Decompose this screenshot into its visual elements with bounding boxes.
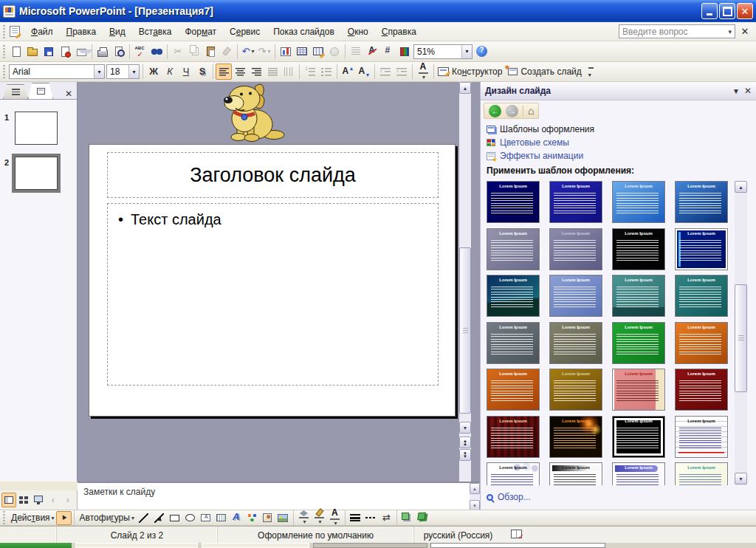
rectangle-button[interactable] [167, 511, 182, 525]
design-template[interactable]: Lorem Ipsum [612, 181, 665, 223]
menu-help[interactable]: Справка [375, 24, 423, 40]
toolbar-handle[interactable] [3, 511, 5, 524]
show-formatting-button[interactable] [364, 44, 380, 60]
chevron-down-icon[interactable]: ▾ [461, 45, 472, 58]
decrease-font-button[interactable] [356, 64, 372, 80]
slide-canvas[interactable]: Заголовок слайда •Текст слайда [89, 144, 456, 417]
design-template[interactable]: Lorem Ipsum [675, 228, 728, 270]
save-button[interactable] [41, 44, 57, 60]
decrease-indent-button[interactable] [377, 64, 394, 80]
design-template[interactable]: Lorem Ipsum [675, 275, 728, 317]
toolbar-handle[interactable] [3, 65, 5, 78]
cut-button[interactable]: ✂ [170, 44, 186, 60]
font-combo[interactable]: Arial▾ [9, 64, 105, 79]
back-button[interactable] [489, 105, 501, 117]
autoshapes-button[interactable]: Автофигуры▾ [77, 511, 136, 525]
browse-link[interactable]: Обзор... [487, 492, 531, 502]
vertical-text-box-button[interactable] [213, 511, 229, 525]
3d-style-button[interactable] [415, 511, 430, 525]
design-template[interactable]: Lorem Ipsum [612, 416, 665, 458]
menu-view[interactable]: Вид [103, 24, 132, 40]
shadow-style-button[interactable] [399, 511, 415, 525]
permission-button[interactable] [57, 44, 73, 60]
minimize-button[interactable] [701, 3, 718, 19]
task-pane-close-icon[interactable]: ✕ [744, 86, 752, 96]
scroll-down-button[interactable]: ▼ [735, 473, 747, 484]
research-button[interactable] [148, 44, 165, 60]
copy-button[interactable] [186, 44, 202, 60]
numbering-button[interactable] [302, 64, 318, 80]
text-box-button[interactable] [198, 511, 213, 525]
design-template[interactable]: Lorem Ipsum [549, 228, 602, 270]
design-template[interactable]: Lorem Ipsum [612, 322, 665, 364]
toolbar-handle[interactable] [3, 25, 5, 38]
close-button[interactable] [737, 3, 753, 19]
design-template[interactable]: Lorem Ipsum [487, 416, 540, 458]
body-placeholder[interactable]: •Текст слайда [107, 203, 439, 386]
print-preview-button[interactable] [111, 44, 127, 60]
oval-button[interactable] [182, 511, 198, 525]
tables-borders-button[interactable] [310, 44, 326, 60]
task-pane-menu-icon[interactable]: ▼ [732, 87, 740, 95]
arrow-style-button[interactable]: ⇄ [379, 511, 394, 525]
close-document-icon[interactable]: ✕ [738, 26, 752, 37]
design-template[interactable]: Lorem Ipsum [675, 462, 728, 485]
hyperlink-button[interactable] [326, 44, 343, 60]
forward-button[interactable] [506, 105, 518, 117]
chevron-down-icon[interactable]: ▾ [728, 28, 732, 35]
animation-effects-link[interactable]: Эффекты анимации [487, 151, 583, 161]
align-right-button[interactable] [248, 64, 264, 80]
menu-window[interactable]: Окно [341, 24, 375, 40]
chevron-down-icon[interactable]: ▾ [318, 518, 321, 525]
line-button[interactable] [136, 511, 151, 525]
start-button-edge[interactable] [0, 543, 72, 548]
question-input[interactable]: Введите вопрос ▾ [619, 24, 735, 38]
zoom-combo[interactable]: 51%▾ [413, 44, 472, 59]
increase-indent-button[interactable] [394, 64, 410, 80]
arrow-button[interactable] [151, 511, 167, 525]
editor-vertical-scrollbar[interactable]: ▲ ▼ ▲▲ ▼▼ [459, 82, 471, 482]
taskbar-button[interactable] [75, 543, 198, 548]
design-template[interactable]: Lorem Ipsum [549, 416, 602, 458]
design-button[interactable]: Конструктор [436, 64, 504, 80]
font-color-button-2[interactable]: ▾ [327, 511, 343, 525]
design-template[interactable]: Lorem Ipsum [549, 275, 602, 317]
design-template[interactable]: Lorem Ipsum [549, 462, 602, 485]
design-template[interactable]: Lorem Ipsum [612, 228, 665, 270]
chevron-down-icon[interactable]: ▾ [131, 515, 134, 521]
menu-edit[interactable]: Правка [60, 24, 103, 40]
picture-button[interactable] [275, 511, 291, 525]
design-template[interactable]: Lorem Ipsum [487, 462, 540, 485]
design-template[interactable]: Lorem Ipsum [612, 462, 665, 485]
spelling-button[interactable] [132, 44, 148, 60]
color-schemes-link[interactable]: Цветовые схемы [487, 137, 569, 148]
align-center-button[interactable] [232, 64, 248, 80]
taskbar-button[interactable] [313, 543, 427, 548]
diagram-button[interactable] [244, 511, 260, 525]
draw-menu-button[interactable]: Действия▾ [8, 511, 56, 525]
menu-format[interactable]: Формат [178, 24, 223, 40]
close-pane-icon[interactable]: ✕ [62, 89, 75, 99]
maximize-button[interactable] [719, 3, 735, 19]
insert-chart-button[interactable] [278, 44, 294, 60]
distribute-button[interactable] [264, 64, 281, 80]
insert-table-button[interactable] [294, 44, 310, 60]
title-placeholder[interactable]: Заголовок слайда [107, 152, 439, 198]
design-template[interactable]: Lorem Ipsum [487, 322, 540, 364]
chevron-down-icon[interactable]: ▾ [128, 65, 139, 78]
chevron-down-icon[interactable]: ▾ [52, 515, 55, 521]
tab-outline[interactable] [3, 84, 28, 99]
toolbar-options-button[interactable] [583, 64, 599, 80]
design-template[interactable]: Lorem Ipsum [487, 181, 540, 223]
scroll-down-button[interactable]: ▼ [459, 422, 471, 434]
design-template[interactable]: Lorem Ipsum [675, 369, 728, 411]
align-left-button[interactable] [216, 64, 232, 80]
line-color-button[interactable]: ▾ [312, 511, 327, 525]
next-slide-button[interactable]: ▼▼ [459, 449, 471, 461]
bold-button[interactable]: Ж [145, 64, 162, 80]
scrollbar-thumb[interactable] [459, 247, 471, 414]
wordart-button[interactable] [229, 511, 244, 525]
print-button[interactable] [94, 44, 111, 60]
slide-thumbnail[interactable] [15, 112, 58, 145]
scroll-right-button[interactable]: › [61, 493, 75, 507]
